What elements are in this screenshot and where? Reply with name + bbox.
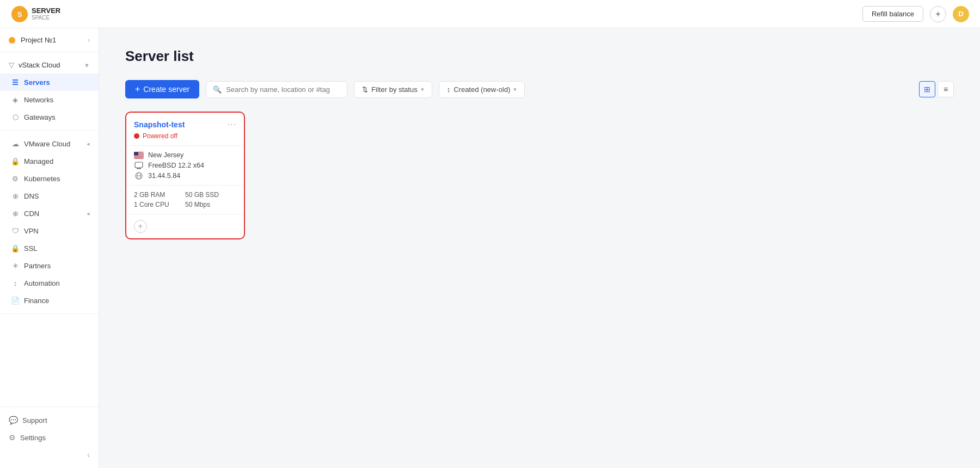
filter-arrow-icon: ▾: [421, 86, 424, 93]
project-label: Project №1: [21, 36, 82, 44]
sort-button[interactable]: ↕ Created (new-old) ▾: [439, 81, 525, 98]
ssl-label: SSL: [24, 244, 38, 253]
sidebar-item-settings[interactable]: ⚙ Settings: [0, 429, 99, 446]
search-input[interactable]: [226, 85, 340, 94]
sidebar-item-automation[interactable]: ↕ Automation: [0, 274, 99, 292]
ssl-icon: 🔒: [11, 244, 20, 253]
vstack-header[interactable]: ▽ vStack Cloud ▼: [0, 57, 99, 73]
settings-label: Settings: [20, 434, 46, 442]
sidebar-item-support[interactable]: 💬 Support: [0, 411, 99, 429]
card-add-section: +: [126, 214, 244, 238]
avatar[interactable]: D: [953, 6, 969, 22]
vmware-icon: ☁: [11, 139, 20, 148]
grid-icon: ⊞: [924, 85, 930, 94]
managed-icon: 🔒: [11, 157, 20, 165]
sidebar-item-servers[interactable]: ☰ Servers: [0, 73, 99, 91]
svg-text:S: S: [17, 10, 22, 19]
main-content: Server list + Create server 🔍 ⇅ Filter b…: [99, 28, 980, 468]
add-button[interactable]: +: [930, 6, 946, 22]
automation-label: Automation: [24, 279, 60, 287]
sidebar-item-vpn[interactable]: 🛡 VPN: [0, 222, 99, 239]
sidebar-item-dns[interactable]: ⊕ DNS: [0, 187, 99, 205]
vstack-icon: ▽: [9, 61, 14, 69]
dns-icon: ⊕: [11, 192, 20, 200]
kubernetes-icon: ⚙: [11, 174, 20, 183]
settings-icon: ⚙: [9, 433, 16, 442]
servers-icon: ☰: [11, 78, 20, 87]
svg-line-5: [140, 168, 140, 168]
list-icon: ≡: [944, 85, 948, 94]
partners-icon: ✳: [11, 261, 20, 270]
vpn-label: VPN: [24, 227, 39, 235]
os-icon: [134, 162, 144, 169]
networks-icon: ◈: [11, 95, 20, 104]
sidebar-item-finance[interactable]: 📄 Finance: [0, 292, 99, 309]
sidebar-networks-label: Networks: [24, 96, 53, 104]
toolbar: + Create server 🔍 ⇅ Filter by status ▾ ↕…: [125, 80, 954, 98]
os-row: FreeBSD 12.2 x64: [134, 162, 236, 169]
project-dot: [9, 37, 15, 44]
partners-label: Partners: [24, 262, 51, 270]
vstack-label: vStack Cloud: [19, 61, 60, 69]
collapse-icon: ‹: [87, 451, 90, 459]
sidebar-item-cdn[interactable]: ⊕ CDN ◂: [0, 205, 99, 222]
ip-icon: [134, 172, 144, 180]
disk-spec: 50 GB SSD: [185, 191, 236, 199]
sidebar-item-partners[interactable]: ✳ Partners: [0, 257, 99, 274]
flag-icon: [134, 151, 144, 159]
sidebar-project[interactable]: Project №1 ›: [0, 28, 99, 52]
cpu-spec: 1 Core CPU: [134, 201, 185, 208]
os-text: FreeBSD 12.2 x64: [148, 162, 204, 169]
ram-spec: 2 GB RAM: [134, 191, 185, 199]
card-menu-button[interactable]: ···: [228, 120, 236, 129]
logo-icon: S: [11, 5, 28, 23]
other-nav-section: ☁ VMware Cloud ◂ 🔒 Managed ⚙ Kubernetes …: [0, 131, 99, 314]
filter-label: Filter by status: [371, 85, 418, 94]
sidebar-gateways-label: Gateways: [24, 113, 56, 121]
sidebar-item-managed[interactable]: 🔒 Managed: [0, 152, 99, 170]
status-row: Powered off: [134, 132, 236, 140]
sidebar-servers-label: Servers: [24, 78, 50, 87]
status-dot: [134, 133, 139, 139]
refill-balance-button[interactable]: Refill balance: [862, 6, 923, 22]
project-arrow-icon: ›: [88, 36, 90, 44]
card-details: New Jersey FreeBSD 12.2 x64: [126, 146, 244, 186]
kubernetes-label: Kubernetes: [24, 175, 60, 183]
list-view-button[interactable]: ≡: [938, 81, 954, 97]
dns-label: DNS: [24, 192, 39, 200]
card-title-row: Snapshot-test ···: [134, 120, 236, 129]
finance-label: Finance: [24, 297, 49, 305]
sidebar-item-ssl[interactable]: 🔒 SSL: [0, 239, 99, 257]
svg-rect-2: [135, 162, 143, 168]
card-specs: 2 GB RAM 50 GB SSD 1 Core CPU 50 Mbps: [126, 186, 244, 214]
sidebar-item-vmware[interactable]: ☁ VMware Cloud ◂: [0, 135, 99, 152]
filter-by-status-button[interactable]: ⇅ Filter by status ▾: [354, 81, 432, 98]
bandwidth-spec: 50 Mbps: [185, 201, 236, 208]
server-card-snapshot-test: Snapshot-test ··· Powered off New Jersey: [125, 112, 245, 239]
collapse-button[interactable]: ‹: [0, 446, 99, 464]
vpn-icon: 🛡: [11, 226, 20, 235]
vmware-arrow: ◂: [87, 140, 90, 147]
support-icon: 💬: [9, 416, 18, 424]
server-name[interactable]: Snapshot-test: [134, 120, 185, 129]
sidebar-item-kubernetes[interactable]: ⚙ Kubernetes: [0, 170, 99, 187]
ip-row: 31.44.5.84: [134, 172, 236, 180]
create-server-button[interactable]: + Create server: [125, 80, 199, 98]
cdn-icon: ⊕: [11, 209, 20, 218]
vstack-section: ▽ vStack Cloud ▼ ☰ Servers ◈ Networks ⬡ …: [0, 52, 99, 131]
sidebar-item-networks[interactable]: ◈ Networks: [0, 91, 99, 108]
grid-view-button[interactable]: ⊞: [919, 81, 935, 97]
add-circle-button[interactable]: +: [134, 220, 147, 233]
sidebar-item-gateways[interactable]: ⬡ Gateways: [0, 108, 99, 126]
search-box: 🔍: [206, 81, 347, 98]
location-text: New Jersey: [148, 151, 183, 159]
cdn-arrow: ◂: [87, 210, 90, 217]
create-server-label: Create server: [143, 85, 189, 94]
layout: Project №1 › ▽ vStack Cloud ▼ ☰ Servers …: [0, 28, 980, 468]
logo: S SERVER SPACE: [11, 5, 60, 23]
search-icon: 🔍: [213, 85, 222, 94]
support-label: Support: [22, 416, 47, 424]
vmware-label: VMware Cloud: [24, 140, 70, 148]
plus-icon: +: [935, 9, 940, 19]
automation-icon: ↕: [11, 279, 20, 287]
